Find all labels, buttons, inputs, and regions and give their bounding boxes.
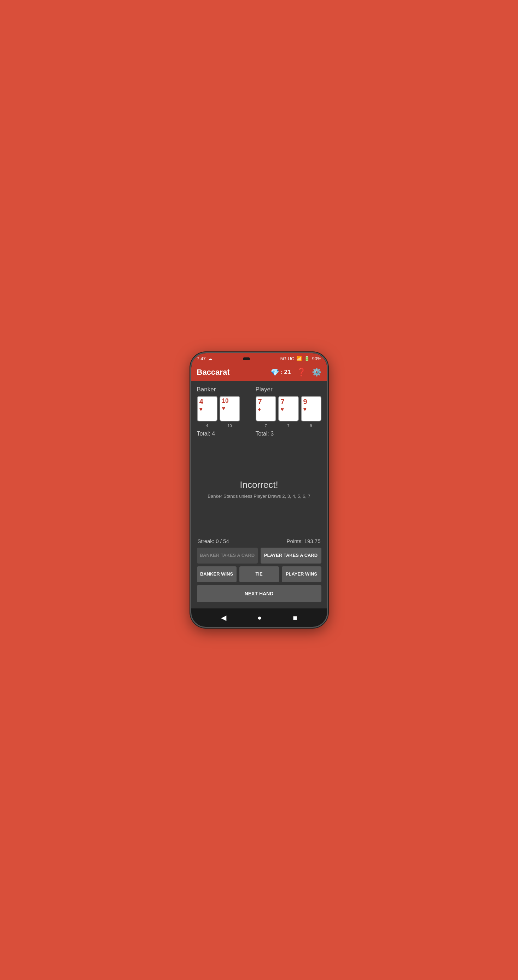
banker-wins-button[interactable]: BANKER WINS [197, 566, 237, 582]
player-label: Player [256, 386, 321, 393]
result-title: Incorrect! [240, 479, 278, 490]
app-bar: Baccarat 💎 : 21 ❓ ⚙️ [191, 363, 327, 381]
app-bar-right: 💎 : 21 ❓ ⚙️ [271, 368, 321, 377]
win-buttons: BANKER WINS TIE PLAYER WINS [197, 566, 321, 582]
back-button[interactable]: ◀ [221, 613, 226, 622]
player-card-suit-1: ♥ [281, 406, 284, 412]
player-card-numbers: 7 7 9 [256, 423, 321, 428]
banker-total: Total: 4 [197, 431, 250, 437]
result-area: Incorrect! Banker Stands unless Player D… [197, 441, 321, 538]
player-cards-row: 7 ♦ 7 ♥ 9 ♥ [256, 396, 321, 422]
app-title: Baccarat [197, 368, 230, 377]
banker-card-suit-0: ♥ [199, 406, 203, 412]
gem-icon: 💎 [271, 368, 279, 377]
streak-stat: Streak: 0 / 54 [198, 538, 229, 544]
bottom-section: Streak: 0 / 54 Points: 193.75 BANKER TAK… [197, 538, 321, 603]
player-card-suit-0: ♦ [258, 406, 261, 412]
banker-cards-row: 4 ♥ 10 ♥ [197, 396, 250, 422]
banker-hand: Banker 4 ♥ 10 ♥ 4 10 [197, 386, 250, 437]
banker-card-num-1: 10 [220, 423, 240, 428]
battery-icon: 🔋 [304, 356, 310, 361]
stats-row: Streak: 0 / 54 Points: 193.75 [197, 538, 321, 544]
cards-section: Banker 4 ♥ 10 ♥ 4 10 [197, 386, 321, 437]
banker-card-num-0: 4 [197, 423, 217, 428]
banker-card-0: 4 ♥ [197, 396, 217, 422]
banker-label: Banker [197, 386, 250, 393]
status-right: 5G UC 📶 🔋 90% [281, 356, 321, 361]
status-left: 7:47 ☁ [197, 356, 212, 361]
player-card-value-1: 7 [281, 398, 285, 406]
next-hand-button[interactable]: NEXT HAND [197, 585, 321, 602]
banker-takes-button[interactable]: BANKER TAKES A CARD [197, 547, 258, 563]
banker-card-value-0: 4 [199, 398, 203, 406]
player-card-num-1: 7 [278, 423, 299, 428]
status-bar: 7:47 ☁ 5G UC 📶 🔋 90% [191, 353, 327, 363]
nav-bar: ◀ ● ■ [191, 608, 327, 627]
player-card-0: 7 ♦ [256, 396, 276, 422]
cloud-icon: ☁ [208, 356, 212, 361]
phone-frame: 7:47 ☁ 5G UC 📶 🔋 90% Baccarat 💎 : 21 ❓ ⚙… [190, 352, 328, 628]
banker-card-suit-1: ♥ [222, 405, 226, 412]
player-card-value-0: 7 [258, 398, 262, 406]
help-button[interactable]: ❓ [296, 368, 306, 377]
status-time: 7:47 [197, 356, 206, 361]
network-label: 5G UC [281, 356, 295, 361]
notch [243, 358, 250, 360]
player-card-num-2: 9 [301, 423, 321, 428]
player-card-value-2: 9 [303, 398, 307, 406]
gem-value: 21 [284, 369, 291, 376]
player-wins-button[interactable]: PLAYER WINS [282, 566, 321, 582]
player-card-2: 9 ♥ [301, 396, 321, 422]
points-stat: Points: 193.75 [287, 538, 321, 544]
gem-score: 💎 : 21 [271, 368, 291, 377]
player-card-1: 7 ♥ [278, 396, 299, 422]
tie-button[interactable]: TIE [239, 566, 279, 582]
gem-count: : [281, 369, 283, 376]
signal-icon: 📶 [296, 356, 302, 361]
settings-button[interactable]: ⚙️ [312, 368, 321, 377]
banker-card-1: 10 ♥ [220, 396, 240, 422]
home-button[interactable]: ● [257, 614, 261, 622]
action-buttons: BANKER TAKES A CARD PLAYER TAKES A CARD [197, 547, 321, 563]
player-hand: Player 7 ♦ 7 ♥ 9 ♥ [256, 386, 321, 437]
banker-card-value-1: 10 [222, 398, 229, 404]
phone-screen: 7:47 ☁ 5G UC 📶 🔋 90% Baccarat 💎 : 21 ❓ ⚙… [191, 353, 327, 627]
player-card-suit-2: ♥ [303, 406, 307, 412]
main-content: Banker 4 ♥ 10 ♥ 4 10 [191, 381, 327, 608]
player-takes-button[interactable]: PLAYER TAKES A CARD [261, 547, 321, 563]
recent-button[interactable]: ■ [293, 614, 297, 622]
player-total: Total: 3 [256, 431, 321, 437]
banker-card-numbers: 4 10 [197, 423, 250, 428]
battery-level: 90% [312, 356, 321, 361]
result-subtitle: Banker Stands unless Player Draws 2, 3, … [207, 493, 310, 500]
player-card-num-0: 7 [256, 423, 276, 428]
